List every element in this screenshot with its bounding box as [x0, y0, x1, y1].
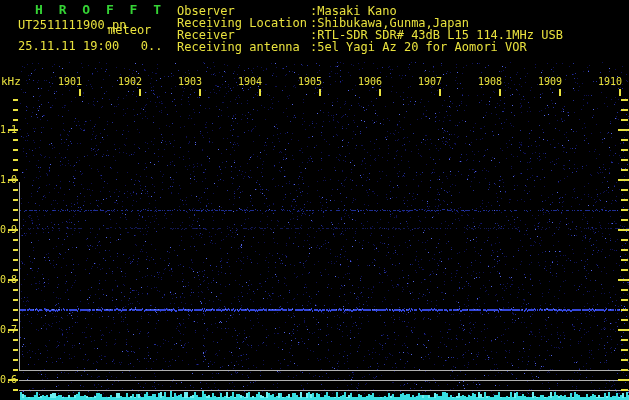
time-tick-mark: [559, 89, 561, 96]
freq-major-tick-right: [618, 129, 629, 131]
spectrogram-canvas: [0, 0, 629, 400]
freq-minor-tick-right: [621, 269, 628, 271]
time-tick-mark: [199, 89, 201, 96]
band-marker-vertical-line: [19, 182, 20, 370]
freq-minor-tick-left: [13, 119, 18, 121]
freq-minor-tick-left: [13, 259, 18, 261]
datetime-line: 25.11.11 19:00 0..: [18, 40, 163, 52]
freq-minor-tick-left: [13, 149, 18, 151]
freq-minor-tick-left: [13, 289, 18, 291]
app-title: H R O F F T: [35, 3, 165, 16]
time-tick-label: 1906: [352, 77, 382, 87]
freq-minor-tick-right: [621, 149, 628, 151]
time-tick-mark: [619, 89, 621, 96]
freq-minor-tick-right: [621, 359, 628, 361]
freq-minor-tick-left: [13, 349, 18, 351]
time-tick-mark: [439, 89, 441, 96]
freq-minor-tick-left: [13, 169, 18, 171]
freq-minor-tick-left: [13, 99, 18, 101]
freq-minor-tick-right: [621, 249, 628, 251]
freq-major-tick-left: [8, 329, 18, 331]
info-label-antenna: Receiving antenna: [177, 41, 300, 53]
freq-minor-tick-left: [13, 359, 18, 361]
freq-minor-tick-right: [621, 99, 628, 101]
freq-minor-tick-right: [621, 109, 628, 111]
freq-major-tick-right: [618, 379, 629, 381]
hrofft-screen: H R O F F T UT2511111900.pn meteor 25.11…: [0, 0, 629, 400]
time-tick-mark: [259, 89, 261, 96]
freq-minor-tick-right: [621, 309, 628, 311]
freq-major-tick-left: [8, 279, 18, 281]
time-tick-label: 1909: [532, 77, 562, 87]
band-marker-line-mid: [19, 380, 629, 381]
freq-minor-tick-left: [13, 269, 18, 271]
freq-minor-tick-right: [621, 189, 628, 191]
freq-minor-tick-right: [621, 199, 628, 201]
freq-minor-tick-right: [621, 289, 628, 291]
info-value-antenna: :5el Yagi Az 20 for Aomori VOR: [310, 41, 527, 53]
freq-minor-tick-right: [621, 259, 628, 261]
freq-major-tick-left: [8, 229, 18, 231]
time-tick-label: 1903: [172, 77, 202, 87]
freq-minor-tick-right: [621, 119, 628, 121]
time-tick-mark: [379, 89, 381, 96]
time-tick-label: 1905: [292, 77, 322, 87]
freq-minor-tick-left: [13, 369, 18, 371]
time-tick-mark: [139, 89, 141, 96]
freq-minor-tick-left: [13, 249, 18, 251]
freq-minor-tick-left: [13, 239, 18, 241]
freq-minor-tick-right: [621, 339, 628, 341]
freq-minor-tick-left: [13, 199, 18, 201]
freq-minor-tick-left: [13, 299, 18, 301]
time-tick-mark: [499, 89, 501, 96]
time-tick-label: 1902: [112, 77, 142, 87]
freq-major-tick-right: [618, 279, 629, 281]
time-tick-label: 1908: [472, 77, 502, 87]
freq-major-tick-left: [8, 379, 18, 381]
freq-major-tick-left: [8, 179, 18, 181]
freq-minor-tick-right: [621, 139, 628, 141]
freq-minor-tick-right: [621, 369, 628, 371]
freq-minor-tick-right: [621, 239, 628, 241]
freq-axis-unit: kHz: [1, 76, 21, 87]
freq-minor-tick-left: [13, 339, 18, 341]
freq-major-tick-right: [618, 229, 629, 231]
freq-minor-tick-left: [13, 139, 18, 141]
freq-minor-tick-right: [621, 299, 628, 301]
freq-minor-tick-left: [13, 189, 18, 191]
time-tick-label: 1907: [412, 77, 442, 87]
freq-minor-tick-right: [621, 389, 628, 391]
freq-major-tick-left: [8, 129, 18, 131]
freq-minor-tick-left: [13, 159, 18, 161]
freq-minor-tick-right: [621, 169, 628, 171]
mode-label: meteor: [108, 24, 151, 36]
time-tick-label: 1901: [52, 77, 82, 87]
freq-minor-tick-right: [621, 349, 628, 351]
freq-minor-tick-left: [13, 319, 18, 321]
freq-minor-tick-right: [621, 319, 628, 321]
freq-major-tick-right: [618, 179, 629, 181]
freq-minor-tick-left: [13, 109, 18, 111]
freq-minor-tick-left: [13, 209, 18, 211]
freq-minor-tick-right: [621, 159, 628, 161]
freq-minor-tick-left: [13, 389, 18, 391]
freq-minor-tick-right: [621, 219, 628, 221]
freq-minor-tick-left: [13, 219, 18, 221]
freq-major-tick-right: [618, 329, 629, 331]
time-tick-label: 1904: [232, 77, 262, 87]
time-tick-label: 1910: [592, 77, 622, 87]
freq-minor-tick-left: [13, 309, 18, 311]
band-marker-line-bottom: [19, 390, 629, 391]
time-tick-mark: [319, 89, 321, 96]
time-tick-mark: [79, 89, 81, 96]
band-marker-line-top: [19, 370, 629, 371]
freq-minor-tick-right: [621, 209, 628, 211]
